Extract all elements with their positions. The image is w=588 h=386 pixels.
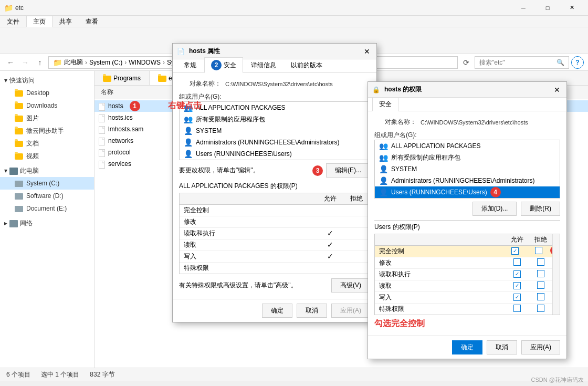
folder-icon xyxy=(15,90,23,97)
perm-allow-cb[interactable] xyxy=(504,292,530,303)
sidebar-item-downloads[interactable]: Downloads xyxy=(0,99,94,112)
minimize-button[interactable]: ─ xyxy=(511,0,536,16)
perm-allow-cb[interactable] xyxy=(504,269,530,280)
breadcrumb-sep2: › xyxy=(124,59,127,66)
sidebar-item-drive-e[interactable]: Document (E:) xyxy=(0,202,94,215)
props-dialog-title: hosts 属性 xyxy=(189,47,358,56)
perm-deny-cb[interactable] xyxy=(530,304,551,315)
sidebar-item-label: Desktop xyxy=(26,89,49,97)
sidebar-pc-header[interactable]: ▾ 此电脑 xyxy=(0,164,94,177)
perms-ok-button[interactable]: 确定 xyxy=(452,340,482,354)
search-box[interactable]: 🔍 xyxy=(475,56,569,69)
sidebar-item-label: 文档 xyxy=(26,139,39,148)
ribbon-tab-home[interactable]: 主页 xyxy=(26,16,52,27)
check-annotation-text: 勾选完全控制 xyxy=(374,319,425,328)
perm-user-item-restricted[interactable]: 👥 所有受限制的应用程序包 xyxy=(375,152,560,163)
props-apply-button[interactable]: 应用(A) xyxy=(331,304,370,318)
user-item-all-app[interactable]: 👥 ALL APPLICATION PACKAGES xyxy=(180,102,370,113)
props-dialog-close[interactable]: ✕ xyxy=(362,46,372,57)
perm-row-modify: 修改 xyxy=(180,216,370,228)
perm-allow-val xyxy=(317,263,343,274)
perm-allow-cb[interactable] xyxy=(504,257,530,268)
sidebar-item-drive-c[interactable]: System (C:) xyxy=(0,177,94,190)
breadcrumb-pc[interactable]: 此电脑 xyxy=(64,58,83,67)
refresh-button[interactable]: ⟳ xyxy=(460,56,472,69)
help-button[interactable]: ? xyxy=(571,56,584,69)
perm-row-special: 特殊权限 xyxy=(375,304,560,315)
perms-dialog-title-bar: 🔒 hosts 的权限 ✕ xyxy=(368,82,566,98)
user-item-system[interactable]: 👤 SYSTEM xyxy=(180,125,370,137)
props-edit-button[interactable]: 编辑(E)... xyxy=(326,163,370,178)
perm-allow-cb[interactable] xyxy=(502,246,528,257)
sidebar-network-header[interactable]: ▸ 网络 xyxy=(0,217,94,229)
forward-button[interactable]: → xyxy=(19,56,32,69)
perms-tab-security[interactable]: 安全 xyxy=(372,97,398,111)
perm-deny-cb[interactable] xyxy=(528,246,549,257)
perm-allow-cb[interactable] xyxy=(504,304,530,315)
sidebar-item-label: Downloads xyxy=(26,102,57,109)
sidebar-item-videos[interactable]: 视频 xyxy=(0,150,94,162)
maximize-button[interactable]: □ xyxy=(536,0,560,16)
props-tab-general[interactable]: 常规 xyxy=(177,58,203,72)
props-object-value: C:\WINDOWS\System32\drivers\etc\hosts xyxy=(225,81,333,87)
perm-row-readexec: 读取和执行 xyxy=(375,269,560,280)
perm-deny-cb[interactable] xyxy=(530,269,551,280)
sidebar-section-quick: ▾ 快速访问 Desktop Downloads 图片 微云同步助手 xyxy=(0,73,94,163)
close-button[interactable]: ✕ xyxy=(560,0,584,16)
chevron-icon: ▾ xyxy=(4,77,7,84)
props-tab-security[interactable]: 2 安全 xyxy=(204,57,243,73)
ribbon-tab-file[interactable]: 文件 xyxy=(0,16,26,27)
bubble-2: 2 xyxy=(211,60,222,70)
tab-label: Programs xyxy=(113,75,141,82)
sidebar-item-pictures[interactable]: 图片 xyxy=(0,112,94,124)
sidebar-item-drive-d[interactable]: Software (D:) xyxy=(0,190,94,202)
props-tab-details[interactable]: 详细信息 xyxy=(244,58,283,72)
props-perm-label: ALL APPLICATION PACKAGES 的权限(P) xyxy=(179,182,370,191)
perms-object-label: 对象名称： xyxy=(374,118,416,127)
props-cancel-button[interactable]: 取消 xyxy=(297,304,327,318)
user-item-users[interactable]: 👤 Users (RUNNINGCHEESE\Users) xyxy=(180,148,370,160)
perm-allow-cb[interactable] xyxy=(504,280,530,291)
perm-name: 读取 xyxy=(180,239,317,251)
search-input[interactable] xyxy=(479,59,554,66)
back-button[interactable]: ← xyxy=(4,56,17,69)
perm-col-name xyxy=(180,193,317,204)
props-ok-button[interactable]: 确定 xyxy=(262,304,292,318)
ribbon-tab-share[interactable]: 共享 xyxy=(52,16,79,27)
user-item-admins[interactable]: 👤 Administrators (RUNNINGCHEESE\Administ… xyxy=(180,137,370,148)
sidebar-quick-header[interactable]: ▾ 快速访问 xyxy=(0,74,94,87)
perm-name: 特殊权限 xyxy=(180,263,317,274)
perm-deny-val xyxy=(343,263,370,274)
chevron-icon: ▸ xyxy=(4,220,7,227)
perm-deny-cb[interactable] xyxy=(530,257,551,268)
sidebar-item-desktop[interactable]: Desktop xyxy=(0,87,94,99)
sidebar-section-network: ▸ 网络 xyxy=(0,216,94,231)
ribbon-tab-view[interactable]: 查看 xyxy=(79,16,105,27)
perms-add-button[interactable]: 添加(D)... xyxy=(472,202,517,216)
perms-apply-button[interactable]: 应用(A) xyxy=(521,340,560,354)
perm-user-item-admins[interactable]: 👤 Administrators (RUNNINGCHEESE\Administ… xyxy=(375,175,560,186)
up-button[interactable]: ↑ xyxy=(34,56,46,69)
perms-remove-button[interactable]: 删除(R) xyxy=(521,202,560,216)
props-advanced-button[interactable]: 高级(V) xyxy=(331,278,370,293)
breadcrumb-sep3: › xyxy=(163,59,165,66)
props-tab-previous[interactable]: 以前的版本 xyxy=(284,58,329,72)
perms-perm-table-wrapper: 允许 拒绝 完全控制 5 修改 xyxy=(374,234,560,315)
item-count: 6 个项目 xyxy=(6,370,30,379)
perm-deny-cb[interactable] xyxy=(530,280,551,291)
perm-user-item-all-app[interactable]: 👥 ALL APPLICATION PACKAGES xyxy=(375,140,560,152)
perms-object-row: 对象名称： C:\WINDOWS\System32\drivers\etc\ho… xyxy=(374,118,560,127)
sidebar-item-weiyun[interactable]: 微云同步助手 xyxy=(0,124,94,137)
tab-programs[interactable]: Programs xyxy=(94,71,150,85)
sidebar-item-docs[interactable]: 文档 xyxy=(0,137,94,150)
breadcrumb-c[interactable]: System (C:) xyxy=(89,59,122,66)
perm-user-item-system[interactable]: 👤 SYSTEM xyxy=(375,163,560,175)
perm-user-item-users[interactable]: 👤 Users (RUNNINGCHEESE\Users) 4 xyxy=(375,186,560,198)
scrollbar[interactable] xyxy=(552,234,560,315)
perms-cancel-button[interactable]: 取消 xyxy=(487,340,517,354)
user-item-restricted[interactable]: 👥 所有受限制的应用程序包 xyxy=(180,113,370,125)
perm-deny-cb[interactable] xyxy=(530,292,551,303)
perms-dialog-close[interactable]: ✕ xyxy=(552,85,562,95)
perm-row-full: 完全控制 xyxy=(180,205,370,216)
breadcrumb-windows[interactable]: WINDOWS xyxy=(129,59,161,66)
